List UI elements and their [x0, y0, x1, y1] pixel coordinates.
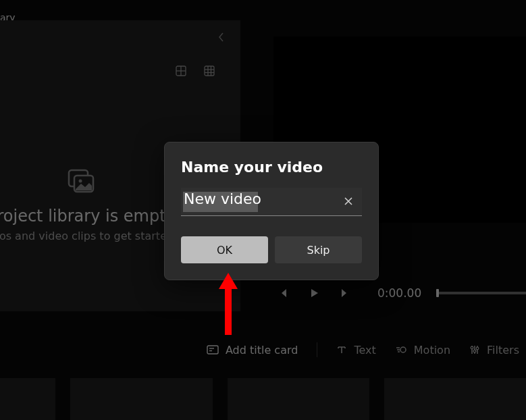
svg-point-10	[79, 180, 82, 183]
svg-point-14	[400, 347, 406, 352]
next-frame-button[interactable]	[336, 284, 354, 303]
clip-slot[interactable]	[0, 378, 55, 420]
filters-button[interactable]: Filters	[469, 344, 526, 357]
timeline-toolbar: Add title card Text Motion Filters	[0, 335, 526, 365]
grid-large-icon[interactable]	[176, 65, 186, 76]
grid-small-icon[interactable]	[204, 65, 215, 76]
svg-rect-3	[205, 66, 214, 76]
motion-label: Motion	[414, 344, 450, 357]
motion-icon	[395, 344, 407, 355]
media-library-icon	[0, 169, 182, 196]
text-label: Text	[354, 344, 375, 357]
toolbar-separator	[317, 342, 317, 357]
name-video-dialog: Name your video New video OK Skip	[164, 142, 379, 280]
video-name-field-wrap: New video	[181, 188, 362, 216]
filters-icon	[469, 344, 480, 355]
window-header: ary	[0, 0, 526, 18]
svg-point-22	[473, 350, 476, 352]
add-title-card-label: Add title card	[226, 344, 298, 357]
prev-frame-button[interactable]	[273, 284, 292, 303]
svg-point-21	[471, 346, 473, 349]
add-title-card-button[interactable]: Add title card	[207, 344, 298, 357]
clip-slot[interactable]	[70, 378, 212, 420]
svg-rect-11	[207, 346, 218, 354]
timecode: 0:00.00	[367, 286, 425, 300]
transport-controls: 0:00.00	[273, 280, 526, 307]
ok-button[interactable]: OK	[181, 236, 268, 263]
dialog-title: Name your video	[181, 159, 362, 176]
clip-strip	[0, 378, 526, 420]
timeline-scrubber[interactable]	[438, 292, 526, 294]
title-card-icon	[207, 345, 219, 355]
library-empty-title: project library is empty	[0, 207, 182, 226]
skip-button[interactable]: Skip	[275, 236, 362, 263]
play-button[interactable]	[305, 284, 323, 303]
clip-slot[interactable]	[384, 378, 526, 420]
collapse-pane-button[interactable]	[213, 29, 230, 45]
filters-label: Filters	[487, 344, 519, 357]
text-button[interactable]: Text	[336, 344, 375, 357]
clear-input-button[interactable]	[339, 192, 358, 211]
svg-point-23	[476, 347, 479, 350]
motion-button[interactable]: Motion	[395, 344, 450, 357]
video-name-input[interactable]	[181, 188, 362, 215]
clip-slot[interactable]	[228, 378, 369, 420]
text-icon	[336, 344, 347, 355]
library-empty-subtitle: otos and video clips to get started	[0, 230, 182, 242]
